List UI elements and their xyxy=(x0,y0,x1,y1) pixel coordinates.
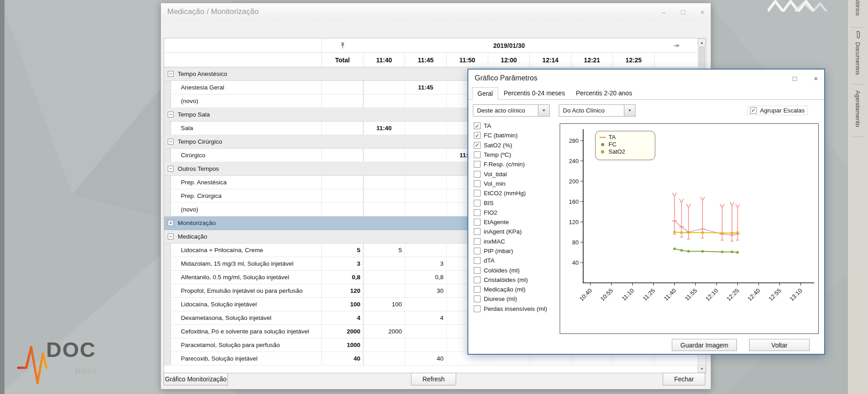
close-icon[interactable]: × xyxy=(700,8,704,16)
row-label[interactable]: (novo) xyxy=(171,94,322,108)
total-cell[interactable]: 3 xyxy=(322,257,363,270)
tab-documentos[interactable]: Documentos xyxy=(848,30,868,75)
row-label[interactable]: Lidocaína, Solução injetável xyxy=(171,298,322,311)
row-label[interactable]: Prep. Anestésica xyxy=(171,176,322,189)
param-item[interactable]: ✓SatO2 (%) xyxy=(474,141,559,150)
param-item[interactable]: Perdas insensíveis (ml) xyxy=(474,304,559,314)
column-header[interactable]: Total xyxy=(322,53,363,67)
chevron-down-icon[interactable]: ▼ xyxy=(538,105,549,116)
checkbox-icon[interactable] xyxy=(474,151,481,158)
dialog-tab[interactable]: Percentis 0-24 meses xyxy=(498,87,570,99)
expand-icon[interactable]: + xyxy=(168,220,174,226)
param-item[interactable]: ✓TA xyxy=(474,121,559,131)
dialog-titlebar[interactable]: Gráfico Parâmetros □ × xyxy=(468,70,824,87)
param-item[interactable]: Cristalóides (ml) xyxy=(474,275,559,285)
collapse-icon[interactable]: − xyxy=(168,234,174,239)
row-selector[interactable] xyxy=(164,176,171,189)
date-header[interactable]: 2019/01/30 xyxy=(363,38,655,52)
param-item[interactable]: FIO2 xyxy=(474,208,559,217)
total-cell[interactable] xyxy=(322,176,363,189)
checkbox-icon[interactable]: ✓ xyxy=(750,107,757,114)
window-titlebar[interactable]: Medicação / Monitorização – □ × xyxy=(161,3,711,20)
value-cell[interactable] xyxy=(363,203,405,216)
voltar-button[interactable]: Voltar xyxy=(749,339,810,351)
checkbox-icon[interactable]: ✓ xyxy=(474,122,481,129)
checkbox-icon[interactable] xyxy=(474,200,481,206)
value-cell[interactable] xyxy=(405,176,447,189)
total-cell[interactable]: 1000 xyxy=(322,338,363,352)
total-cell[interactable] xyxy=(322,94,363,108)
total-cell[interactable] xyxy=(322,203,363,216)
pin-icon[interactable] xyxy=(655,38,698,52)
column-header[interactable]: 11:40 xyxy=(363,53,405,67)
checkbox-icon[interactable] xyxy=(474,267,481,274)
param-item[interactable]: Temp (ºC) xyxy=(474,150,559,159)
value-cell[interactable]: 0,8 xyxy=(405,271,447,284)
checkbox-icon[interactable] xyxy=(474,286,481,293)
row-label[interactable]: Prep. Cirúrgica xyxy=(171,189,322,202)
collapse-icon[interactable]: − xyxy=(168,139,174,145)
row-selector[interactable] xyxy=(164,203,171,216)
param-item[interactable]: Colóides (ml) xyxy=(474,265,559,275)
value-cell[interactable] xyxy=(363,271,405,284)
checkbox-icon[interactable] xyxy=(474,190,481,197)
row-selector[interactable] xyxy=(164,94,171,108)
param-item[interactable]: Diurese (ml) xyxy=(474,294,559,304)
total-cell[interactable]: 4 xyxy=(322,311,363,324)
total-cell[interactable]: 2000 xyxy=(322,325,363,338)
total-cell[interactable] xyxy=(322,122,363,135)
row-selector[interactable] xyxy=(164,325,171,338)
total-cell[interactable]: 0,8 xyxy=(322,271,363,284)
chevron-down-icon[interactable]: ▼ xyxy=(624,105,635,116)
agrupar-escalas-checkbox[interactable]: ✓ Agrupar Escalas xyxy=(747,106,808,115)
value-cell[interactable] xyxy=(405,298,447,311)
row-label[interactable]: Paracetamol, Solução para perfusão xyxy=(171,338,322,352)
row-label[interactable]: Parecoxib, Solução injetável xyxy=(171,352,322,365)
row-label[interactable]: Midazolam, 15 mg/3 ml, Solução injetável xyxy=(171,257,322,270)
dialog-maximize-icon[interactable]: □ xyxy=(793,75,797,82)
value-cell[interactable] xyxy=(363,149,405,162)
value-cell[interactable] xyxy=(363,257,405,270)
row-selector[interactable] xyxy=(164,298,171,311)
column-header[interactable]: 12:00 xyxy=(488,53,530,67)
checkbox-icon[interactable] xyxy=(474,171,481,178)
column-header[interactable]: 12:14 xyxy=(530,53,571,67)
value-cell[interactable] xyxy=(405,122,447,135)
minimize-icon[interactable]: – xyxy=(662,8,665,16)
value-cell[interactable]: 11:45 xyxy=(405,81,447,94)
total-cell[interactable]: 5 xyxy=(322,244,363,257)
value-cell[interactable]: 2000 xyxy=(363,325,405,338)
dialog-tab[interactable]: Geral xyxy=(472,87,498,100)
param-item[interactable]: Vol_tidal xyxy=(474,169,559,178)
row-selector[interactable] xyxy=(164,271,171,284)
row-label[interactable]: Sala xyxy=(171,122,322,135)
checkbox-icon[interactable] xyxy=(474,296,481,302)
row-label[interactable]: Cirúrgico xyxy=(171,149,322,162)
pin-icon[interactable] xyxy=(322,38,363,52)
value-cell[interactable]: 100 xyxy=(363,298,405,311)
row-label[interactable]: Anestesia Geral xyxy=(171,81,322,94)
checkbox-icon[interactable] xyxy=(474,161,481,168)
total-cell[interactable]: 40 xyxy=(322,352,363,365)
value-cell[interactable] xyxy=(363,189,405,202)
checkbox-icon[interactable] xyxy=(474,228,481,235)
checkbox-icon[interactable]: ✓ xyxy=(474,132,481,139)
param-item[interactable]: Medicação (ml) xyxy=(474,285,559,294)
checkbox-icon[interactable]: ✓ xyxy=(474,142,481,149)
value-cell[interactable] xyxy=(363,338,405,352)
value-cell[interactable] xyxy=(405,325,447,338)
value-cell[interactable]: 4 xyxy=(405,311,447,324)
row-selector[interactable] xyxy=(164,311,171,324)
total-cell[interactable]: 120 xyxy=(322,284,363,297)
row-label[interactable]: Cefoxitina, Pó e solvente para solução i… xyxy=(171,325,322,338)
value-cell[interactable]: 3 xyxy=(405,257,447,270)
value-cell[interactable] xyxy=(405,338,447,352)
row-selector[interactable] xyxy=(164,244,171,257)
param-item[interactable]: F.Resp. (c/min) xyxy=(474,159,559,169)
dialog-close-icon[interactable]: × xyxy=(814,75,818,82)
value-cell[interactable] xyxy=(363,81,405,94)
checkbox-icon[interactable] xyxy=(474,219,481,225)
value-cell[interactable] xyxy=(363,284,405,297)
guardar-imagem-button[interactable]: Guardar Imagem xyxy=(672,339,737,351)
column-header[interactable]: 12:25 xyxy=(613,53,655,67)
